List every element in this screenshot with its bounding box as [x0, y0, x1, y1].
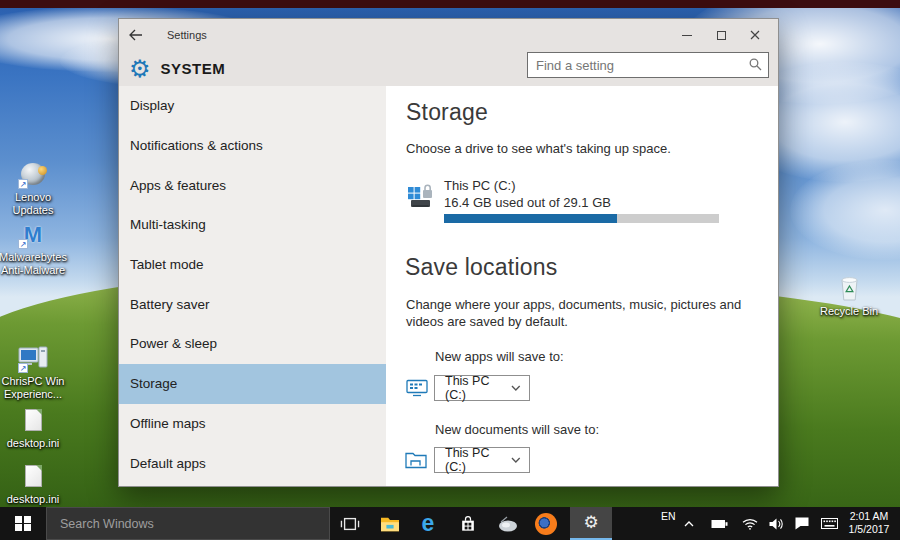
desktop-icon-label: desktop.ini [0, 493, 68, 506]
maximize-icon [717, 31, 726, 40]
sidebar-item-label: Default apps [130, 456, 206, 471]
sidebar-item-multitasking[interactable]: Multi-tasking [119, 205, 386, 245]
touch-keyboard-button[interactable] [814, 507, 844, 540]
sidebar-item-default-apps[interactable]: Default apps [119, 443, 386, 483]
minimize-icon [682, 35, 692, 36]
new-documents-dropdown[interactable]: This PC (C:) [434, 447, 530, 473]
sidebar-item-apps-features[interactable]: Apps & features [119, 165, 386, 205]
malwarebytes-icon: M ↗ [0, 220, 68, 248]
find-setting-search[interactable] [527, 52, 769, 78]
desktop-icon-label: Malwarebytes Anti-Malware [0, 251, 68, 277]
lenovo-updates-icon: ↗ [0, 160, 68, 188]
close-button[interactable] [738, 19, 772, 51]
drive-icon [406, 180, 436, 214]
start-button[interactable] [0, 507, 46, 540]
drive-usage-text: 16.4 GB used out of 29.1 GB [444, 195, 611, 210]
computer-icon: ↗ [0, 344, 68, 372]
sidebar-item-label: Multi-tasking [130, 217, 206, 232]
language-indicator[interactable]: EN [661, 510, 676, 522]
back-arrow-icon [129, 29, 143, 41]
chevron-down-icon [511, 385, 521, 391]
firefox-icon [535, 513, 557, 535]
new-apps-dropdown-value: This PC (C:) [445, 374, 511, 402]
desktop-icon-label: Lenovo Updates [0, 191, 68, 217]
sidebar-item-label: Apps & features [130, 178, 226, 193]
sidebar-item-display[interactable]: Display [119, 86, 386, 126]
battery-icon [711, 519, 728, 529]
sidebar-item-label: Tablet mode [130, 257, 204, 272]
sidebar-item-label: Storage [130, 376, 177, 391]
file-explorer-icon [379, 515, 401, 533]
page-title: SYSTEM [161, 60, 226, 77]
file-icon [0, 406, 68, 434]
settings-sidebar: Display Notifications & actions Apps & f… [119, 86, 386, 486]
desktop-icon-recycle-bin[interactable]: Recycle Bin [814, 274, 884, 318]
titlebar: Settings [119, 19, 778, 51]
sidebar-item-battery-saver[interactable]: Battery saver [119, 284, 386, 324]
store-icon [458, 514, 478, 534]
new-documents-dropdown-value: This PC (C:) [445, 446, 511, 474]
desktop-icon-lenovo-updates[interactable]: ↗ Lenovo Updates [0, 160, 68, 217]
desktop-icon-chrispc[interactable]: ↗ ChrisPC Win Experienc... [0, 344, 68, 401]
sidebar-item-label: Display [130, 98, 174, 113]
desktop-icon-desktop-ini-2[interactable]: desktop.ini [0, 462, 68, 506]
chevron-down-icon [511, 457, 521, 463]
store-button[interactable] [448, 507, 488, 540]
save-locations-heading: Save locations [405, 254, 557, 281]
desktop-icon-desktop-ini-1[interactable]: desktop.ini [0, 406, 68, 450]
new-apps-dropdown[interactable]: This PC (C:) [434, 375, 530, 401]
windows-logo-icon [15, 516, 31, 532]
file-explorer-button[interactable] [370, 507, 410, 540]
sidebar-item-power-sleep[interactable]: Power & sleep [119, 324, 386, 364]
drive-name: This PC (C:) [444, 178, 516, 193]
action-center-icon [795, 517, 809, 530]
taskbar-search[interactable] [46, 507, 330, 540]
storage-heading: Storage [406, 99, 488, 126]
task-view-button[interactable] [330, 507, 370, 540]
wifi-icon [742, 518, 758, 530]
firefox-button[interactable] [526, 507, 566, 540]
back-button[interactable] [119, 19, 153, 51]
clock-date: 1/5/2017 [841, 523, 897, 536]
apps-device-icon [406, 378, 428, 401]
sidebar-item-label: Notifications & actions [130, 138, 263, 153]
settings-content: Storage Choose a drive to see what's tak… [386, 86, 778, 486]
sidebar-item-notifications[interactable]: Notifications & actions [119, 126, 386, 166]
sidebar-item-tablet-mode[interactable]: Tablet mode [119, 245, 386, 285]
battery-button[interactable] [704, 507, 734, 540]
file-icon [0, 462, 68, 490]
sidebar-item-storage[interactable]: Storage [119, 364, 386, 404]
taskbar-search-input[interactable] [46, 507, 330, 540]
utility-app-button[interactable] [488, 507, 528, 540]
minimize-button[interactable] [670, 19, 704, 51]
shortcut-arrow-icon: ↗ [18, 363, 28, 373]
storage-progress-fill [444, 214, 617, 223]
settings-taskbar-button[interactable]: ⚙ [570, 507, 612, 540]
sidebar-item-label: Power & sleep [130, 336, 217, 351]
gear-icon: ⚙ [583, 514, 598, 531]
speaker-icon [769, 518, 784, 530]
edge-button[interactable]: e [408, 507, 448, 540]
desktop-icon-label: Recycle Bin [814, 305, 884, 318]
task-view-icon [339, 515, 361, 533]
taskbar: e ⚙ EN [0, 507, 900, 540]
wifi-button[interactable] [736, 507, 764, 540]
taskbar-clock[interactable]: 2:01 AM 1/5/2017 [841, 510, 897, 536]
action-center-button[interactable] [788, 507, 816, 540]
documents-folder-icon [405, 450, 427, 473]
sidebar-item-offline-maps[interactable]: Offline maps [119, 404, 386, 444]
shortcut-arrow-icon: ↗ [18, 239, 28, 249]
edge-icon: e [422, 512, 435, 535]
storage-progress-bar [444, 214, 719, 223]
tray-expand-button[interactable] [676, 507, 702, 540]
keyboard-icon [821, 518, 838, 529]
recycle-bin-icon [814, 274, 884, 302]
utility-app-icon [497, 516, 519, 532]
find-setting-input[interactable] [527, 52, 769, 78]
storage-description: Choose a drive to see what's taking up s… [406, 140, 671, 157]
desktop-icon-malwarebytes[interactable]: M ↗ Malwarebytes Anti-Malware [0, 220, 68, 277]
volume-button[interactable] [762, 507, 790, 540]
new-documents-label: New documents will save to: [435, 422, 599, 437]
maximize-button[interactable] [704, 19, 738, 51]
sidebar-item-label: Offline maps [130, 416, 206, 431]
